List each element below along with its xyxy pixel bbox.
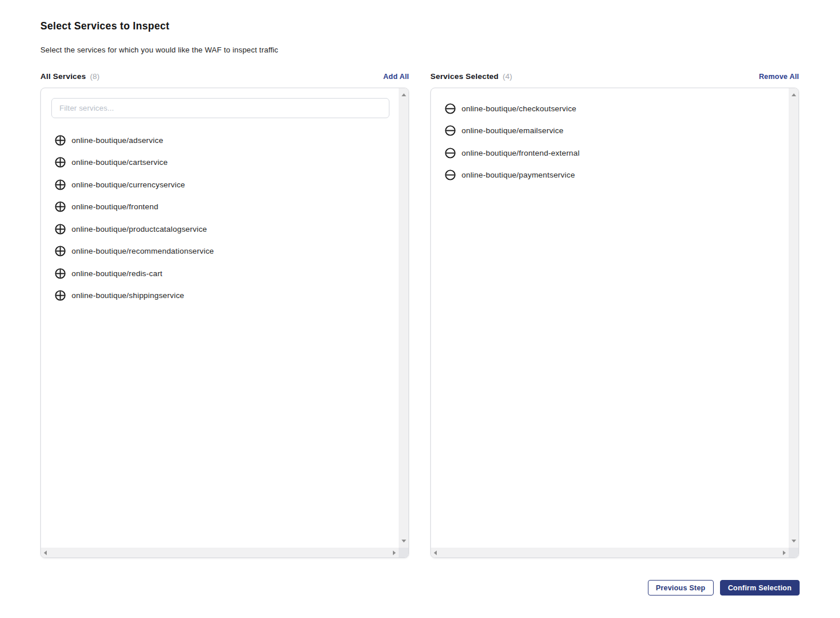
scroll-up-arrow-icon[interactable] (792, 93, 796, 96)
plus-circle-icon[interactable] (55, 179, 66, 190)
service-name: online-boutique/frontend (72, 202, 158, 211)
page-title: Select Services to Inspect (40, 20, 800, 32)
service-name: online-boutique/frontend-external (462, 149, 580, 157)
minus-circle-icon[interactable] (445, 125, 456, 136)
service-list-item: online-boutique/shippingservice (41, 285, 399, 307)
all-services-label: All Services (40, 72, 86, 81)
service-name: online-boutique/paymentservice (462, 171, 575, 179)
plus-circle-icon[interactable] (55, 201, 66, 212)
wizard-footer: Previous Step Confirm Selection (40, 580, 800, 596)
scroll-left-arrow-icon[interactable] (44, 551, 47, 555)
selected-services-section: Services Selected (4) Remove All online-… (430, 72, 799, 558)
remove-all-link[interactable]: Remove All (759, 73, 799, 81)
plus-circle-icon[interactable] (55, 290, 66, 301)
plus-circle-icon[interactable] (55, 246, 66, 257)
plus-circle-icon[interactable] (55, 268, 66, 279)
vertical-scrollbar[interactable] (399, 88, 408, 548)
service-list-item: online-boutique/productcatalogservice (41, 218, 399, 240)
service-name: online-boutique/checkoutservice (462, 104, 576, 113)
all-services-panel: online-boutique/adservice online-boutiqu… (40, 88, 409, 558)
service-list-item: online-boutique/frontend-external (431, 142, 789, 164)
minus-circle-icon[interactable] (445, 169, 456, 180)
plus-circle-icon[interactable] (55, 224, 66, 235)
selected-services-panel: online-boutique/checkoutservice online-b… (430, 88, 799, 558)
dual-list-picker: All Services (8) Add All online-boutique… (40, 72, 800, 558)
service-list-item: online-boutique/currencyservice (41, 174, 399, 196)
scroll-down-arrow-icon[interactable] (402, 540, 406, 542)
selected-services-list: online-boutique/checkoutservice online-b… (431, 97, 789, 186)
service-name: online-boutique/emailservice (462, 126, 564, 135)
select-services-page: Select Services to Inspect Select the se… (0, 0, 840, 596)
add-all-link[interactable]: Add All (383, 73, 409, 81)
minus-circle-icon[interactable] (445, 103, 456, 114)
service-list-item: online-boutique/paymentservice (431, 164, 789, 187)
scroll-right-arrow-icon[interactable] (393, 551, 396, 555)
filter-services-input[interactable] (51, 98, 389, 118)
scroll-left-arrow-icon[interactable] (434, 551, 437, 555)
horizontal-scrollbar[interactable] (41, 548, 399, 557)
selected-services-panel-content: online-boutique/checkoutservice online-b… (431, 88, 789, 548)
service-list-item: online-boutique/redis-cart (41, 262, 399, 285)
scroll-down-arrow-icon[interactable] (792, 540, 796, 542)
previous-step-button[interactable]: Previous Step (648, 580, 714, 596)
service-list-item: online-boutique/frontend (41, 196, 399, 218)
scroll-right-arrow-icon[interactable] (783, 551, 786, 555)
confirm-selection-button[interactable]: Confirm Selection (720, 580, 800, 596)
service-name: online-boutique/adservice (72, 136, 163, 145)
horizontal-scrollbar[interactable] (431, 548, 789, 557)
service-list-item: online-boutique/emailservice (431, 120, 789, 142)
plus-circle-icon[interactable] (55, 157, 66, 168)
service-name: online-boutique/currencyservice (72, 180, 185, 189)
scroll-up-arrow-icon[interactable] (402, 93, 406, 96)
all-services-count: (8) (90, 72, 100, 81)
scrollbar-corner (789, 548, 798, 557)
service-name: online-boutique/recommendationservice (72, 247, 214, 255)
service-name: online-boutique/shippingservice (72, 291, 184, 300)
page-subtitle: Select the services for which you would … (40, 46, 800, 54)
vertical-scrollbar[interactable] (789, 88, 798, 548)
service-name: online-boutique/productcatalogservice (72, 225, 207, 233)
service-list-item: online-boutique/adservice (41, 129, 399, 152)
scrollbar-corner (399, 548, 408, 557)
service-name: online-boutique/redis-cart (72, 269, 163, 278)
all-services-header: All Services (8) Add All (40, 72, 409, 81)
selected-services-count: (4) (502, 72, 512, 81)
all-services-list: online-boutique/adservice online-boutiqu… (41, 129, 399, 307)
minus-circle-icon[interactable] (445, 148, 456, 159)
service-list-item: online-boutique/recommendationservice (41, 240, 399, 263)
selected-services-header: Services Selected (4) Remove All (430, 72, 799, 81)
all-services-section: All Services (8) Add All online-boutique… (40, 72, 409, 558)
service-list-item: online-boutique/checkoutservice (431, 97, 789, 120)
service-name: online-boutique/cartservice (72, 158, 168, 167)
selected-services-label: Services Selected (430, 72, 498, 81)
service-list-item: online-boutique/cartservice (41, 152, 399, 174)
plus-circle-icon[interactable] (55, 135, 66, 146)
all-services-panel-content: online-boutique/adservice online-boutiqu… (41, 88, 399, 548)
